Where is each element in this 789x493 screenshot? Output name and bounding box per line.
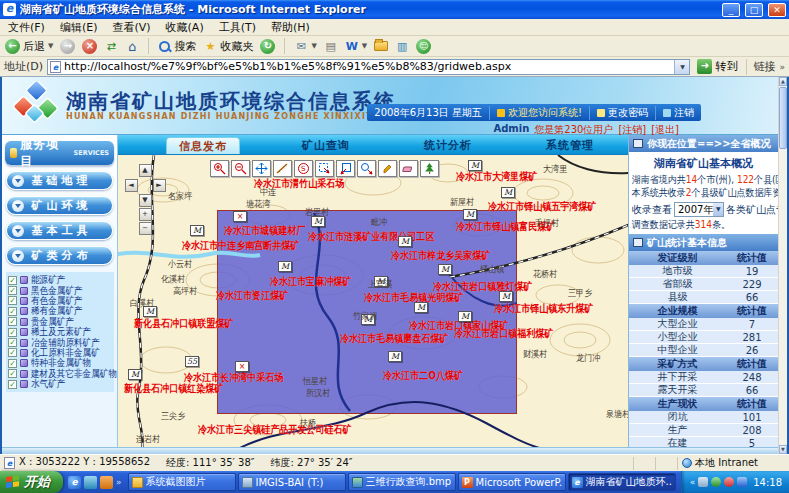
- scroll-down-icon[interactable]: ▼: [779, 445, 787, 454]
- task-button[interactable]: 系统截图图片: [128, 473, 236, 491]
- tray-network-icon[interactable]: [737, 477, 747, 487]
- back-dropdown-icon[interactable]: ▼: [48, 42, 53, 50]
- zoom-plus-button[interactable]: +: [139, 208, 152, 221]
- menu-item[interactable]: 编辑(E): [60, 20, 98, 35]
- pan-down-button[interactable]: ▼: [139, 194, 152, 207]
- mail-dropdown-icon[interactable]: ▼: [311, 42, 316, 50]
- print-button[interactable]: ▤: [324, 40, 338, 53]
- menu-item[interactable]: 工具(T): [219, 20, 256, 35]
- menu-item[interactable]: 文件(F): [8, 20, 45, 35]
- sidebar-section-矿山环境[interactable]: 矿山环境: [6, 196, 113, 215]
- start-button[interactable]: 开始: [0, 471, 63, 493]
- edit-button[interactable]: W ▼: [345, 40, 367, 53]
- page-scrollbar[interactable]: ▲ ▼: [778, 77, 787, 454]
- map-marker[interactable]: M: [438, 264, 452, 275]
- search-button[interactable]: 搜索: [158, 39, 196, 54]
- pan-tool[interactable]: [252, 160, 271, 177]
- map-marker[interactable]: M: [398, 236, 412, 247]
- map-viewport[interactable]: S ▲ ◄ ► ▼: [118, 155, 628, 447]
- signout-link[interactable]: [注销]: [618, 123, 646, 137]
- map-marker[interactable]: M: [468, 160, 482, 171]
- links-chevron-icon[interactable]: »: [779, 62, 785, 72]
- checkbox-checked-icon[interactable]: ✓: [8, 296, 17, 305]
- task-button[interactable]: 三维行政查询.bmp: [348, 473, 456, 491]
- checkbox-checked-icon[interactable]: ✓: [8, 276, 17, 285]
- task-button[interactable]: PMicrosoft PowerP...: [458, 473, 566, 491]
- discuss-button[interactable]: ▥: [395, 40, 409, 53]
- stop-button[interactable]: ×: [82, 39, 97, 54]
- year-select[interactable]: 2007年 ▼: [674, 202, 724, 217]
- checkbox-checked-icon[interactable]: ✓: [8, 286, 17, 295]
- menu-item[interactable]: 查看(V): [112, 20, 150, 35]
- scroll-up-icon[interactable]: ▲: [779, 77, 787, 86]
- map-marker[interactable]: M: [190, 225, 204, 236]
- sidebar-section-矿类分布[interactable]: 矿类分布: [6, 246, 113, 265]
- tab-统计分析[interactable]: 统计分析: [412, 137, 484, 154]
- forward-button[interactable]: →: [60, 39, 75, 54]
- tab-系统管理[interactable]: 系统管理: [534, 137, 606, 154]
- map-marker[interactable]: M: [501, 187, 515, 198]
- folders-button[interactable]: [374, 41, 388, 51]
- select-dropdown-icon[interactable]: ▼: [713, 203, 723, 216]
- minimize-button[interactable]: _: [722, 3, 740, 17]
- back-button[interactable]: ← 后退 ▼: [5, 39, 53, 54]
- edit-dropdown-icon[interactable]: ▼: [362, 42, 367, 50]
- quick-ie-icon[interactable]: e: [68, 476, 81, 489]
- tray-antivirus-icon[interactable]: [724, 477, 734, 487]
- mail-button[interactable]: ✉ ▼: [294, 40, 316, 53]
- messenger-button[interactable]: ☺: [416, 39, 431, 54]
- quick-desktop-icon[interactable]: [84, 476, 97, 489]
- checkbox-checked-icon[interactable]: ✓: [8, 338, 17, 347]
- map-marker[interactable]: M: [278, 261, 292, 272]
- zoom-minus-button[interactable]: −: [139, 222, 152, 235]
- zoom-out-tool[interactable]: [231, 160, 250, 177]
- identify-tool[interactable]: [357, 160, 376, 177]
- map-marker[interactable]: M: [463, 209, 477, 220]
- full-extent-tool[interactable]: S: [294, 160, 313, 177]
- links-label[interactable]: 链接: [753, 59, 775, 74]
- go-button[interactable]: ➜ 转到: [694, 59, 740, 74]
- task-button[interactable]: e湖南省矿山地质环...: [568, 473, 676, 491]
- menu-item[interactable]: 收藏(A): [166, 20, 204, 35]
- pan-up-button[interactable]: ▲: [139, 164, 152, 177]
- map-marker[interactable]: 55: [185, 356, 199, 367]
- zoom-in-tool[interactable]: [210, 160, 229, 177]
- redline-tool[interactable]: [378, 160, 397, 177]
- map-marker[interactable]: M: [458, 311, 472, 322]
- map-marker[interactable]: ×: [235, 361, 249, 372]
- menu-item[interactable]: 帮助(H): [271, 20, 310, 35]
- checkbox-checked-icon[interactable]: ✓: [8, 328, 17, 337]
- sidebar-section-基本工具[interactable]: 基本工具: [6, 221, 113, 240]
- checkbox-checked-icon[interactable]: ✓: [8, 317, 17, 326]
- tab-信息发布[interactable]: 信息发布: [166, 137, 240, 154]
- checkbox-checked-icon[interactable]: ✓: [8, 380, 17, 389]
- quick-media-icon[interactable]: [100, 476, 113, 489]
- favorites-button[interactable]: ★ 收藏夹: [203, 39, 253, 54]
- eraser-tool[interactable]: [399, 160, 418, 177]
- refresh-button[interactable]: ⇄: [104, 40, 118, 53]
- logout-link[interactable]: 注销: [655, 106, 701, 120]
- checkbox-checked-icon[interactable]: ✓: [8, 307, 17, 316]
- tray-device-icon[interactable]: [698, 477, 708, 487]
- select-rect-tool[interactable]: [315, 160, 334, 177]
- change-password-link[interactable]: 更改密码: [589, 106, 655, 120]
- maximize-button[interactable]: □: [745, 3, 763, 17]
- sidebar-section-基础地理[interactable]: 基础地理: [6, 171, 113, 190]
- map-marker[interactable]: M: [499, 291, 513, 302]
- checkbox-checked-icon[interactable]: ✓: [8, 359, 17, 368]
- map-marker[interactable]: M: [414, 302, 428, 313]
- exit-link[interactable]: [退出]: [651, 123, 679, 137]
- clear-selection-tool[interactable]: [336, 160, 355, 177]
- task-button[interactable]: IMGIS-BAI (T:): [238, 473, 346, 491]
- measure-tool[interactable]: [273, 160, 292, 177]
- tab-矿山查询[interactable]: 矿山查询: [290, 137, 362, 154]
- map-marker[interactable]: M: [388, 351, 402, 362]
- map-marker[interactable]: ×: [233, 211, 247, 222]
- map-marker[interactable]: M: [128, 369, 142, 380]
- scroll-thumb[interactable]: [779, 87, 787, 149]
- close-button[interactable]: ✕: [768, 3, 786, 17]
- pan-right-button[interactable]: ►: [153, 179, 166, 192]
- legend-tree-tool[interactable]: [420, 160, 439, 177]
- tray-chevron-icon[interactable]: «: [690, 477, 696, 487]
- quick-launch-chevron-icon[interactable]: »: [116, 477, 122, 487]
